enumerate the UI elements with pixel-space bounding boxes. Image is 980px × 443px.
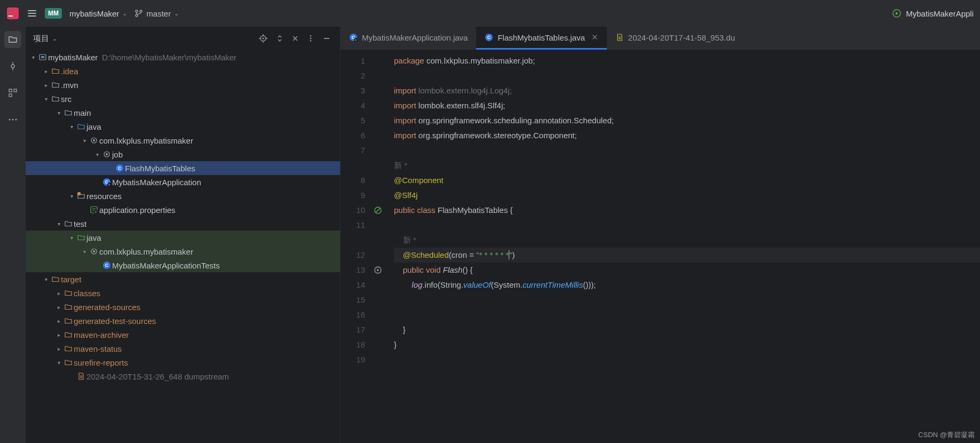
tree-item-label: .mvn [61, 81, 78, 90]
svg-point-6 [11, 65, 14, 68]
tree-item-label: classes [74, 289, 100, 298]
structure-tool-button[interactable] [4, 84, 21, 101]
minimize-sidebar-button[interactable] [321, 34, 333, 43]
project-tool-button[interactable] [4, 31, 21, 48]
svg-rect-7 [9, 89, 12, 92]
tree-item-label: surefire-reports [74, 358, 128, 367]
tree-row[interactable]: ▾java [26, 120, 340, 133]
tab-label: MybatisMakerApplication.java [362, 33, 468, 42]
svg-rect-1 [9, 15, 13, 17]
gutter-icons [370, 50, 391, 443]
tree-row[interactable]: ▾mybatisMakerD:\home\MybatisMaker\mybati… [26, 50, 340, 64]
tree-item-label: resources [86, 192, 122, 201]
tree-item-label: main [74, 108, 91, 117]
tree-row[interactable]: ▸maven-archiver [26, 328, 340, 342]
tree-row[interactable]: ▾main [26, 106, 340, 120]
tree-row[interactable]: ▸generated-sources [26, 300, 340, 314]
tree-row[interactable]: ▾surefire-reports [26, 355, 340, 369]
arrow-icon: ▾ [67, 235, 76, 241]
branch-name-label: master [146, 9, 171, 18]
tree-item-label: FlashMybatisTables [125, 164, 195, 173]
tree-row[interactable]: ▾com.lxkplus.mybatismaker [26, 244, 340, 258]
vcs-branch-selector[interactable]: master ⌄ [135, 9, 179, 18]
class-icon: C [485, 33, 493, 42]
tree-row[interactable]: ▸generated-test-sources [26, 314, 340, 328]
tree-row[interactable]: ▾src [26, 92, 340, 106]
commit-tool-button[interactable] [4, 58, 21, 75]
project-tree[interactable]: ▾mybatisMakerD:\home\MybatisMaker\mybati… [26, 50, 340, 443]
folder-icon [63, 303, 74, 311]
folder-icon [63, 219, 74, 228]
tree-row[interactable]: application.properties [26, 203, 340, 217]
close-sidebar-button[interactable] [290, 34, 301, 43]
svg-text:C: C [118, 165, 122, 171]
tree-row[interactable]: ▸.idea [26, 64, 340, 78]
tree-row[interactable]: ▾target [26, 272, 340, 286]
editor-tabs: CMybatisMakerApplication.javaCFlashMybat… [341, 27, 980, 50]
tab-label: FlashMybatisTables.java [497, 33, 584, 42]
arrow-icon: ▸ [54, 318, 63, 324]
code-editor[interactable]: 12345678910111213141516171819 package co… [341, 50, 980, 443]
close-tab-button[interactable]: ✕ [591, 33, 598, 42]
main-menu-button[interactable] [27, 8, 37, 19]
svg-point-10 [9, 119, 11, 121]
run-gutter-icon[interactable] [374, 266, 382, 274]
tree-row[interactable]: CMybatisMakerApplicationTests [26, 258, 340, 272]
tree-item-label: java [86, 122, 101, 131]
left-tool-rail [0, 27, 26, 443]
sidebar-options-button[interactable] [305, 34, 317, 43]
editor-area: CMybatisMakerApplication.javaCFlashMybat… [341, 27, 980, 443]
tree-row[interactable]: ▾test [26, 217, 340, 231]
folder-icon [63, 289, 74, 297]
tree-row[interactable]: CMybatisMakerApplication [26, 175, 340, 189]
folder-src-icon [76, 122, 86, 131]
run-configuration[interactable]: MybatisMakerAppli [892, 9, 974, 18]
svg-point-15 [310, 35, 312, 37]
more-tool-button[interactable] [4, 111, 21, 128]
tree-item-label: java [86, 233, 101, 242]
tree-item-path: D:\home\MybatisMaker\mybatisMaker [102, 53, 236, 62]
svg-text:C: C [105, 263, 109, 268]
arrow-icon: ▾ [42, 96, 50, 102]
svg-point-11 [12, 119, 14, 121]
editor-tab[interactable]: CMybatisMakerApplication.java [341, 27, 476, 50]
arrow-icon: ▾ [67, 124, 76, 130]
svg-point-12 [15, 119, 17, 121]
locate-file-button[interactable] [257, 33, 270, 44]
top-bar: MM mybatisMaker ⌄ master ⌄ MybatisMakerA… [0, 0, 980, 27]
tree-item-label: generated-sources [74, 303, 140, 312]
project-selector[interactable]: mybatisMaker ⌄ [69, 9, 127, 18]
arrow-icon: ▸ [42, 82, 50, 88]
tree-item-label: com.lxkplus.mybatismaker [99, 136, 193, 145]
class-icon: C [114, 164, 125, 172]
arrow-icon: ▾ [93, 152, 101, 157]
tree-item-label: test [74, 219, 86, 228]
tree-row[interactable]: ▸classes [26, 286, 340, 300]
tree-row[interactable]: ▾job [26, 147, 340, 161]
tree-item-label: application.properties [99, 205, 176, 215]
editor-tab[interactable]: 2024-04-20T17-41-58_953.du [607, 27, 744, 50]
tree-item-label: com.lxkplus.mybatismaker [99, 247, 193, 256]
tree-row[interactable]: ▸maven-status [26, 342, 340, 355]
tree-item-label: 2024-04-20T15-31-26_648 dumpstream [86, 372, 229, 381]
file-txt-icon [615, 33, 624, 42]
tree-row[interactable]: ▾com.lxkplus.mybatismaker [26, 133, 340, 147]
tree-row[interactable]: ▸.mvn [26, 78, 340, 92]
expand-collapse-button[interactable] [274, 34, 286, 43]
arrow-icon: ▸ [42, 68, 50, 74]
folder-test-icon [76, 233, 86, 242]
tree-row[interactable]: ▾java [26, 231, 340, 244]
folder-icon [50, 94, 61, 103]
tree-item-label: maven-archiver [74, 330, 129, 339]
module-icon [37, 53, 48, 61]
class-icon: C [101, 261, 112, 270]
tree-row[interactable]: CFlashMybatisTables [26, 161, 340, 175]
tree-row[interactable]: 2024-04-20T15-31-26_648 dumpstream [26, 369, 340, 383]
code-source[interactable]: package com.lxkplus.mybatismaker.job;imp… [391, 50, 980, 443]
svg-rect-29 [77, 192, 81, 195]
props-icon [89, 205, 99, 214]
folder-icon [63, 108, 74, 117]
editor-tab[interactable]: CFlashMybatisTables.java✕ [476, 27, 606, 50]
tree-row[interactable]: ▾resources [26, 189, 340, 203]
sidebar-view-selector[interactable]: 项目 ⌄ [33, 34, 252, 44]
